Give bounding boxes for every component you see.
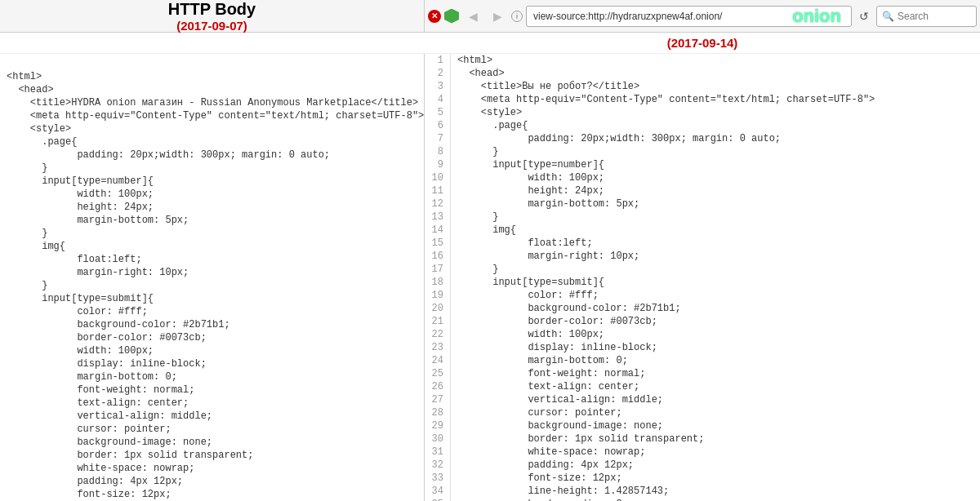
code-line: width: 100px;	[7, 344, 154, 357]
line-number: 22	[425, 328, 451, 341]
table-row: 29 background-image: none;	[425, 419, 980, 432]
table-row: font-size: 12px;	[0, 488, 424, 501]
code-line: padding: 4px 12px;	[7, 475, 183, 488]
table-row: 2 <head>	[425, 67, 980, 80]
code-line: font-weight: normal;	[457, 367, 645, 380]
code-line: .page{	[457, 119, 528, 132]
code-line: cursor: pointer;	[457, 406, 622, 419]
code-line: input[type=number]{	[7, 175, 154, 188]
line-number: 24	[425, 354, 451, 367]
line-number: 17	[425, 263, 451, 276]
code-line: }	[457, 211, 498, 224]
line-number: 35	[425, 498, 451, 501]
code-line: border: 1px solid transparent;	[7, 449, 253, 462]
line-number: 5	[425, 106, 451, 119]
code-line: margin-bottom: 0;	[7, 370, 177, 384]
line-number: 10	[425, 171, 451, 184]
table-row: 28 cursor: pointer;	[425, 406, 980, 419]
code-line: font-size: 12px;	[457, 472, 622, 485]
line-number: 15	[425, 237, 451, 250]
table-row: input[type=number]{	[0, 175, 424, 188]
code-line: font-size: 12px;	[7, 488, 172, 501]
table-row: 16 margin-right: 10px;	[425, 250, 980, 263]
code-line: <meta http-equiv="Content-Type" content=…	[7, 109, 424, 122]
code-line: img{	[457, 224, 516, 237]
back-button[interactable]: ◀	[462, 6, 483, 27]
code-line: <head>	[7, 83, 54, 96]
line-number: 6	[425, 119, 451, 132]
code-line: vertical-align: middle;	[7, 410, 212, 423]
table-row: 14 img{	[425, 224, 980, 237]
code-line: input[type=submit]{	[457, 276, 604, 289]
table-row: <html>	[0, 70, 424, 83]
code-line: display: inline-block;	[457, 341, 657, 354]
line-number: 23	[425, 341, 451, 354]
table-row: 7 padding: 20px;width: 300px; margin: 0 …	[425, 132, 980, 145]
code-line: border-radius: 2px;	[457, 498, 639, 501]
address-bar[interactable]: view-source:http://hydraruzxpnew4af.onio…	[526, 6, 852, 27]
forward-button[interactable]: ▶	[487, 6, 508, 27]
line-number: 26	[425, 380, 451, 393]
table-row: 17 }	[425, 263, 980, 276]
table-row: 22 width: 100px;	[425, 328, 980, 341]
search-input[interactable]	[898, 11, 971, 22]
table-row: }	[0, 227, 424, 240]
table-row: text-align: center;	[0, 397, 424, 410]
code-line: }	[7, 279, 47, 292]
reload-button[interactable]: ↺	[855, 7, 873, 25]
table-row: background-image: none;	[0, 436, 424, 449]
line-number: 1	[425, 54, 451, 67]
table-row: 21 border-color: #0073cb;	[425, 315, 980, 328]
code-line: float:left;	[7, 253, 142, 266]
code-line: white-space: nowrap;	[7, 462, 194, 475]
line-number: 32	[425, 459, 451, 472]
line-number: 31	[425, 446, 451, 459]
left-panel-header: HTTP Body (2017-09-07)	[0, 0, 425, 32]
info-icon[interactable]: i	[511, 11, 523, 22]
code-line: background-color: #2b71b1;	[457, 302, 681, 315]
code-line: input[type=number]{	[457, 158, 604, 171]
code-line: text-align: center;	[457, 380, 639, 393]
table-row: 6 .page{	[425, 119, 980, 132]
stop-icon[interactable]: ✕	[428, 10, 441, 23]
line-number: 9	[425, 158, 451, 171]
code-line: background-image: none;	[7, 436, 212, 449]
line-number: 7	[425, 132, 451, 145]
table-row: 32 padding: 4px 12px;	[425, 459, 980, 472]
table-row: 3 <title>Вы не робот?</title>	[425, 80, 980, 93]
code-line: padding: 4px 12px;	[457, 459, 634, 472]
code-line: margin-bottom: 5px;	[7, 214, 189, 227]
left-panel-title: HTTP Body	[168, 0, 256, 19]
code-line: padding: 20px;width: 300px; margin: 0 au…	[7, 149, 330, 162]
right-code-view: 1<html>2 <head>3 <title>Вы не робот?</ti…	[425, 54, 980, 501]
code-line: height: 24px;	[457, 184, 604, 197]
code-line: <title>Вы не робот?</title>	[457, 80, 639, 93]
code-line: color: #fff;	[457, 289, 599, 302]
left-code-view: <html> <head> <title>HYDRA onion магазин…	[0, 54, 424, 501]
table-row: 18 input[type=submit]{	[425, 276, 980, 289]
code-line: }	[457, 263, 498, 276]
table-row: width: 100px;	[0, 344, 424, 357]
table-row: 23 display: inline-block;	[425, 341, 980, 354]
code-line: border: 1px solid transparent;	[457, 432, 704, 446]
line-number: 19	[425, 289, 451, 302]
code-line: <title>HYDRA onion магазин - Russian Ano…	[7, 96, 418, 109]
code-line: <html>	[7, 70, 42, 83]
right-panel-date: (2017-09-14)	[667, 36, 738, 50]
line-number: 8	[425, 145, 451, 158]
code-line: width: 100px;	[457, 171, 604, 184]
line-number: 13	[425, 211, 451, 224]
code-line: font-weight: normal;	[7, 384, 194, 397]
search-box[interactable]: 🔍	[876, 6, 977, 27]
table-row: 9 input[type=number]{	[425, 158, 980, 171]
code-line: cursor: pointer;	[7, 423, 172, 436]
line-number: 27	[425, 393, 451, 406]
table-row: border: 1px solid transparent;	[0, 449, 424, 462]
code-line: color: #fff;	[7, 305, 148, 318]
line-number: 34	[425, 485, 451, 498]
table-row: 34 line-height: 1.42857143;	[425, 485, 980, 498]
onion-badge: onion	[792, 6, 841, 27]
code-line: text-align: center;	[7, 397, 189, 410]
code-line: background-image: none;	[457, 419, 663, 432]
code-line: }	[7, 162, 47, 175]
